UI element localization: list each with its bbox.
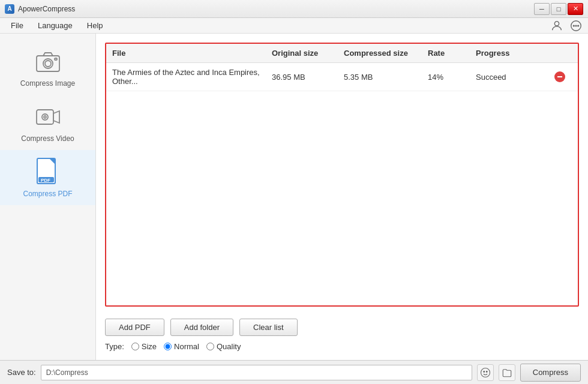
- menu-help[interactable]: Help: [81, 19, 109, 32]
- video-icon: [33, 102, 63, 132]
- table-header: File Original size Compressed size Rate …: [106, 44, 578, 63]
- type-selector-row: Type: Size Normal Quality: [105, 342, 579, 351]
- svg-text:PDF: PDF: [41, 178, 50, 183]
- radio-normal: Normal: [164, 342, 199, 351]
- close-button[interactable]: ✕: [568, 3, 583, 15]
- title-bar-text: ApowerCompress: [18, 5, 534, 13]
- radio-normal-label[interactable]: Normal: [174, 342, 199, 351]
- content-area: File Original size Compressed size Rate …: [96, 34, 588, 360]
- type-label: Type:: [105, 342, 124, 351]
- sidebar: Compress Image Compress Video PDF: [0, 34, 96, 360]
- svg-point-18: [481, 368, 490, 377]
- radio-normal-input[interactable]: [164, 343, 172, 350]
- title-bar: A ApowerCompress ─ □ ✕: [0, 0, 588, 18]
- row-rate: 14%: [428, 73, 476, 82]
- radio-quality: Quality: [206, 342, 241, 351]
- col-header-file: File: [112, 49, 272, 58]
- maximize-button[interactable]: □: [551, 3, 566, 15]
- radio-quality-input[interactable]: [206, 343, 214, 350]
- radio-size: Size: [131, 342, 157, 351]
- add-folder-button[interactable]: Add folder: [170, 319, 233, 336]
- row-original-size: 36.95 MB: [272, 73, 344, 82]
- main-layout: Compress Image Compress Video PDF: [0, 34, 588, 360]
- menu-file[interactable]: File: [5, 19, 29, 32]
- row-progress: Succeed: [476, 73, 548, 82]
- table-body: The Armies of the Aztec and Inca Empires…: [106, 63, 578, 305]
- svg-point-20: [486, 371, 487, 372]
- sidebar-item-compress-video[interactable]: Compress Video: [0, 95, 95, 150]
- action-buttons-row: Add PDF Add folder Clear list: [105, 319, 579, 336]
- svg-point-2: [573, 25, 574, 26]
- sidebar-label-compress-image: Compress Image: [20, 79, 75, 88]
- svg-point-10: [42, 114, 48, 120]
- app-icon: A: [5, 4, 14, 14]
- col-header-action: [548, 49, 572, 58]
- clear-list-button[interactable]: Clear list: [239, 319, 298, 336]
- svg-rect-8: [55, 58, 57, 60]
- col-header-rate: Rate: [428, 49, 476, 58]
- radio-quality-label[interactable]: Quality: [217, 342, 241, 351]
- bottom-controls: Add PDF Add folder Clear list Type: Size…: [96, 313, 588, 360]
- folder-icon-button[interactable]: [499, 364, 515, 381]
- row-file: The Armies of the Aztec and Inca Empires…: [112, 68, 272, 86]
- svg-point-11: [44, 116, 46, 118]
- svg-point-19: [484, 371, 485, 372]
- save-to-label: Save to:: [7, 368, 36, 377]
- svg-rect-9: [37, 110, 53, 124]
- title-bar-controls: ─ □ ✕: [534, 3, 583, 15]
- user-icon[interactable]: [550, 19, 564, 33]
- pdf-icon: PDF: [33, 157, 63, 187]
- svg-point-7: [45, 61, 51, 67]
- camera-icon: [33, 47, 63, 77]
- svg-point-0: [554, 21, 559, 25]
- chat-icon[interactable]: [569, 19, 583, 33]
- sidebar-label-compress-video: Compress Video: [21, 134, 74, 143]
- svg-point-3: [575, 25, 577, 26]
- col-header-progress: Progress: [476, 49, 548, 58]
- header-actions: [550, 19, 583, 33]
- file-table: File Original size Compressed size Rate …: [105, 43, 579, 307]
- sidebar-item-compress-pdf[interactable]: PDF Compress PDF: [0, 150, 95, 205]
- remove-row-button[interactable]: [554, 71, 566, 83]
- minimize-button[interactable]: ─: [534, 3, 550, 15]
- radio-size-label[interactable]: Size: [142, 342, 157, 351]
- table-row: The Armies of the Aztec and Inca Empires…: [106, 63, 578, 91]
- radio-size-input[interactable]: [131, 343, 139, 350]
- status-bar: Save to: Compress: [0, 360, 588, 384]
- col-header-compressed: Compressed size: [344, 49, 428, 58]
- sidebar-label-compress-pdf: Compress PDF: [23, 190, 72, 198]
- emoji-icon-button[interactable]: [477, 364, 494, 381]
- menu-language[interactable]: Language: [32, 19, 79, 32]
- col-header-original: Original size: [272, 49, 344, 58]
- save-path-input[interactable]: [41, 365, 472, 380]
- row-action: [548, 71, 572, 83]
- compress-button[interactable]: Compress: [520, 364, 581, 382]
- sidebar-item-compress-image[interactable]: Compress Image: [0, 40, 95, 95]
- row-compressed-size: 5.35 MB: [344, 73, 428, 82]
- add-pdf-button[interactable]: Add PDF: [105, 319, 164, 336]
- svg-point-4: [578, 25, 579, 26]
- menu-bar: File Language Help: [0, 18, 588, 34]
